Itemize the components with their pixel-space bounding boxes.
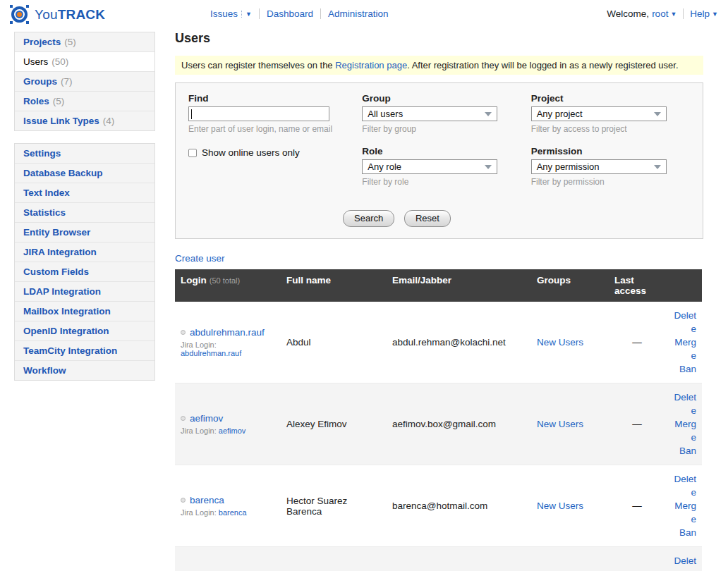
sidebar-entities-group: Projects(5)Users(50)Groups(7)Roles(5)Iss… — [14, 32, 155, 131]
sidebar-item-users[interactable]: Users(50) — [15, 52, 154, 72]
help-menu[interactable]: Help — [690, 8, 710, 19]
delete-user-link[interactable]: Delete — [671, 472, 696, 499]
user-login-link[interactable]: aefimov — [190, 413, 223, 424]
sidebar-item-ldap-integration[interactable]: LDAP Integration — [15, 282, 154, 302]
sidebar-item-label[interactable]: Entity Browser — [23, 227, 90, 238]
sidebar-item-openid-integration[interactable]: OpenID Integration — [15, 321, 154, 341]
permission-hint: Filter by permission — [531, 177, 690, 187]
sidebar-item-label[interactable]: Projects — [23, 37, 61, 47]
sidebar-item-label[interactable]: Settings — [23, 148, 61, 159]
search-button[interactable]: Search — [343, 210, 394, 227]
sidebar-item-mailbox-integration[interactable]: Mailbox Integration — [15, 302, 154, 321]
permission-label: Permission — [531, 146, 690, 156]
youtrack-logo-icon — [10, 5, 29, 24]
merge-user-link[interactable]: Merge — [671, 499, 696, 526]
login-sub-value-link[interactable]: aefimov — [219, 426, 246, 435]
sidebar-item-label[interactable]: Mailbox Integration — [23, 306, 111, 317]
youtrack-logo[interactable]: YouTRACK — [10, 5, 105, 24]
sidebar-item-teamcity-integration[interactable]: TeamCity Integration — [15, 341, 154, 361]
login-sub-value-link[interactable]: barenca — [219, 508, 247, 517]
ban-user-link[interactable]: Ban — [671, 362, 696, 376]
group-link[interactable]: New Users — [537, 337, 583, 348]
find-hint: Enter part of user login, name or email — [188, 124, 362, 134]
role-hint: Filter by role — [362, 177, 530, 187]
sidebar-item-label[interactable]: LDAP Integration — [23, 286, 101, 297]
user-login-link[interactable]: barenca — [190, 495, 224, 505]
group-link[interactable]: New Users — [537, 419, 583, 429]
sidebar-item-label[interactable]: TeamCity Integration — [23, 345, 117, 356]
email-cell: kirill.kalishev@gmail.com — [387, 547, 531, 571]
online-status-icon — [181, 416, 186, 421]
ban-user-link[interactable]: Ban — [671, 526, 696, 539]
sidebar-item-issue-link-types[interactable]: Issue Link Types(4) — [15, 111, 154, 130]
users-table: Login(50 total) Full name Email/Jabber G… — [175, 269, 702, 571]
role-label: Role — [362, 146, 530, 156]
find-label: Find — [188, 93, 362, 104]
sidebar-item-database-backup[interactable]: Database Backup — [15, 164, 154, 183]
sidebar-item-roles[interactable]: Roles(5) — [15, 92, 154, 111]
login-cell: barencaJira Login: barenca — [175, 465, 281, 547]
nav-administration[interactable]: Administration — [328, 8, 389, 19]
login-cell: bduJira Login: bdu — [175, 547, 281, 571]
user-menu-caret-icon[interactable]: ▼ — [670, 11, 677, 18]
delete-user-link[interactable]: Delete — [671, 391, 696, 417]
dropdown-arrow-icon — [654, 165, 661, 169]
registration-info-banner: Users can register themselves on the Reg… — [175, 56, 703, 75]
full-name-cell: BuildDesk user — [281, 547, 387, 571]
ban-user-link[interactable]: Ban — [671, 444, 696, 458]
user-menu[interactable]: root — [652, 8, 668, 19]
merge-user-link[interactable]: Merge — [671, 417, 696, 444]
sidebar-item-label[interactable]: Workflow — [23, 365, 66, 376]
group-select[interactable]: All users — [362, 106, 497, 121]
dropdown-arrow-icon — [485, 165, 492, 169]
main-nav: Issues ▼ Dashboard Administration — [210, 8, 389, 19]
text-cursor — [191, 109, 192, 119]
sidebar-item-label[interactable]: Database Backup — [23, 168, 103, 178]
nav-issues[interactable]: Issues — [210, 8, 238, 19]
sidebar-item-workflow[interactable]: Workflow — [15, 361, 154, 380]
issues-dropdown-caret-icon[interactable]: ▼ — [241, 11, 252, 18]
project-hint: Filter by access to project — [531, 124, 690, 134]
sidebar-item-label[interactable]: Text Index — [23, 188, 70, 198]
email-cell: aefimov.box@gmail.com — [387, 383, 531, 465]
create-user-link[interactable]: Create user — [175, 253, 225, 264]
sidebar-item-jira-integration[interactable]: JIRA Integration — [15, 242, 154, 262]
reset-button[interactable]: Reset — [404, 210, 451, 227]
sidebar-item-groups[interactable]: Groups(7) — [15, 72, 154, 92]
sidebar-item-count: (50) — [51, 56, 68, 67]
sidebar-item-label[interactable]: Groups — [23, 76, 57, 87]
registration-page-link[interactable]: Registration page — [335, 60, 407, 70]
user-login-link[interactable]: abdulrehman.rauf — [190, 327, 265, 338]
help-menu-caret-icon[interactable]: ▼ — [712, 11, 718, 18]
permission-select[interactable]: Any permission — [531, 159, 667, 174]
nav-dashboard[interactable]: Dashboard — [267, 8, 313, 19]
login-sub-value-link[interactable]: abdulrehman.rauf — [181, 349, 241, 357]
delete-user-link[interactable]: Delete — [671, 309, 696, 336]
group-link[interactable]: New Users — [537, 501, 583, 511]
sidebar-item-label[interactable]: Issue Link Types — [23, 116, 99, 126]
find-input[interactable] — [188, 106, 329, 121]
online-users-checkbox-row[interactable]: Show online users only — [188, 147, 362, 158]
delete-user-link[interactable]: Delete — [671, 554, 696, 571]
column-header-actions — [665, 269, 702, 302]
sidebar-item-label[interactable]: Custom Fields — [23, 266, 89, 277]
last-access-cell: — — [609, 302, 665, 383]
last-access-cell: — — [609, 383, 665, 465]
sidebar-item-label[interactable]: JIRA Integration — [23, 247, 97, 257]
sidebar-item-label[interactable]: OpenID Integration — [23, 326, 109, 336]
email-value: barenca@hotmail.com — [392, 501, 526, 511]
role-select[interactable]: Any role — [362, 159, 497, 174]
table-row: aefimovJira Login: aefimovAlexey Efimova… — [175, 383, 702, 465]
sidebar-item-label[interactable]: Statistics — [23, 207, 66, 218]
sidebar-item-label[interactable]: Roles — [23, 96, 49, 106]
sidebar-item-projects[interactable]: Projects(5) — [15, 32, 154, 52]
last-access-cell: — — [609, 465, 665, 547]
merge-user-link[interactable]: Merge — [671, 336, 696, 362]
dropdown-arrow-icon — [654, 112, 661, 116]
sidebar-item-custom-fields[interactable]: Custom Fields — [15, 262, 154, 282]
banner-text: Users can register themselves on the — [181, 60, 335, 70]
online-users-checkbox[interactable] — [188, 149, 197, 157]
sidebar-item-settings[interactable]: Settings — [15, 144, 154, 164]
project-select[interactable]: Any project — [531, 106, 667, 121]
sidebar-item-text-index[interactable]: Text Index — [15, 183, 154, 203]
